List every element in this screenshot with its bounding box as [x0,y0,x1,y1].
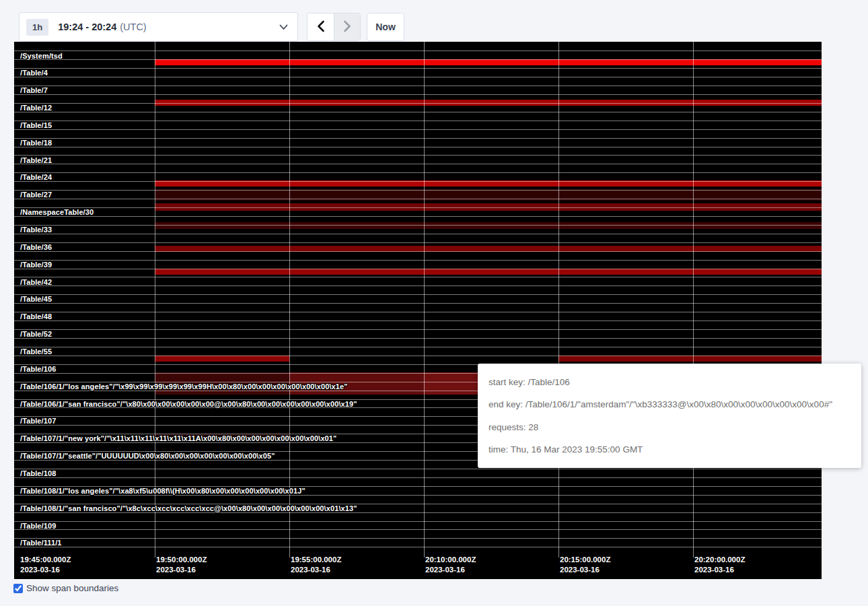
heatmap-band[interactable] [155,222,822,229]
row-label: /Table/12 [20,104,52,113]
row-label: /NamespaceTable/30 [20,208,94,217]
time-range-text: 19:24 - 20:24 [58,22,116,32]
heatmap[interactable]: /System/tsd/Table/4/Table/7/Table/12/Tab… [14,42,822,579]
row-label: /Table/15 [20,121,52,131]
x-axis-tick: 20:20:00.000Z2023-03-16 [694,555,745,575]
row-label: /Table/45 [20,295,52,304]
x-axis-tick: 19:50:00.000Z2023-03-16 [156,555,207,575]
span-boundary-line [14,121,822,121]
row-label: /Table/108/1/"los angeles"/"\xa8\xf5\u00… [20,487,305,496]
row-label: /Table/24 [20,173,52,182]
x-axis-tick: 20:15:00.000Z2023-03-16 [560,555,610,575]
row-label: /Table/107/1/"seattle"/"UUUUUUD\x00\x80\… [20,452,275,461]
span-boundary-line [14,347,822,347]
chevron-right-icon [343,20,351,34]
span-boundary-line [14,50,822,51]
heatmap-band[interactable] [558,356,822,362]
row-label: /System/tsd [20,52,63,61]
span-boundary-line [14,164,822,164]
span-boundary-line [14,251,822,252]
span-boundary-line [14,529,822,530]
span-boundary-line [14,234,822,234]
chevron-down-icon [279,24,288,30]
span-boundary-line [14,356,822,356]
span-boundary-line [14,112,822,112]
row-label: /Table/106 [20,365,56,374]
span-boundary-line [14,225,822,226]
span-boundary-line [14,469,822,469]
time-gridline [693,42,694,558]
time-gridline [155,42,155,558]
span-boundary-line [14,312,822,312]
time-range-selector[interactable]: 1h 19:24 - 20:24 (UTC) [19,12,298,42]
row-label: /Table/55 [20,347,52,357]
row-label: /Table/107/1/"new york"/"\x11\x11\x11\x1… [20,434,336,444]
now-button[interactable]: Now [367,13,404,41]
time-toolbar: 1h 19:24 - 20:24 (UTC) Now [0,0,868,42]
row-label: /Table/36 [20,243,52,252]
x-axis-tick: 20:10:00.000Z2023-03-16 [425,555,476,575]
time-range-badge: 1h [26,19,48,36]
span-boundary-line [14,147,822,147]
span-boundary-line [14,172,822,173]
heatmap-band[interactable] [155,59,822,65]
time-range-timezone: (UTC) [120,22,146,32]
span-boundary-line [14,138,822,139]
span-boundary-line [14,86,822,86]
span-boundary-line [14,521,822,522]
key-visualizer-page: 1h 19:24 - 20:24 (UTC) Now /System [0,0,868,606]
row-label: /Table/108 [20,469,56,479]
span-boundary-line [14,277,822,277]
next-time-button[interactable] [334,13,360,40]
row-label: /Table/7 [20,86,48,96]
row-label: /Table/4 [20,69,48,78]
span-boundary-line [14,538,822,539]
row-label: /Table/42 [20,278,52,288]
span-boundary-line [14,181,822,182]
tooltip-time: time: Thu, 16 Mar 2023 19:55:00 GMT [489,444,851,454]
span-boundary-line [14,260,822,261]
span-boundary-line [14,94,822,95]
span-boundary-line [14,285,822,286]
span-boundary-line [14,68,822,69]
span-boundary-line [14,129,822,130]
span-boundary-line [14,269,822,269]
row-label: /Table/48 [20,312,52,322]
span-boundary-line [14,294,822,295]
tooltip-start-key: start key: /Table/106 [489,377,851,387]
span-boundary-line [14,199,822,199]
row-label: /Table/106/1/"san francisco"/"\x80\x00\x… [20,400,357,409]
chevron-left-icon [317,20,325,34]
show-span-boundaries-label: Show span boundaries [26,583,118,593]
time-gridline [424,42,425,558]
row-label: /Table/18 [20,139,52,148]
row-label: /Table/27 [20,191,52,200]
row-label: /Table/39 [20,261,52,270]
span-tooltip: start key: /Table/106 end key: /Table/10… [478,364,861,468]
tooltip-end-key: end key: /Table/106/1/"amsterdam"/"\xb33… [489,399,851,409]
time-pager [307,13,361,41]
span-boundary-line [14,477,822,478]
time-gridline [289,42,290,558]
heatmap-band[interactable] [155,356,289,362]
span-boundary-line [14,242,822,243]
row-label: /Table/33 [20,226,52,235]
row-label: /Table/107 [20,417,56,426]
span-boundary-line [14,338,822,339]
x-axis-tick: 19:55:00.000Z2023-03-16 [291,555,341,575]
tooltip-requests: requests: 28 [489,422,851,432]
span-boundary-line [14,329,822,330]
row-label: /Table/106/1/"los angeles"/"\x99\x99\x99… [20,382,348,392]
span-boundary-line [14,216,822,217]
show-span-boundaries-toggle[interactable]: Show span boundaries [13,583,118,593]
x-axis-tick: 19:45:00.000Z2023-03-16 [20,555,71,575]
span-boundary-line [14,303,822,304]
span-boundary-line [14,547,822,547]
heatmap-band[interactable] [155,269,822,275]
row-label: /Table/108/1/"san francisco"/"\x8c\xcc\x… [20,504,357,514]
row-label: /Table/52 [20,330,52,339]
time-gridline [558,42,559,558]
prev-time-button[interactable] [308,13,334,40]
span-boundary-line [14,190,822,191]
show-span-boundaries-checkbox[interactable] [13,584,23,593]
